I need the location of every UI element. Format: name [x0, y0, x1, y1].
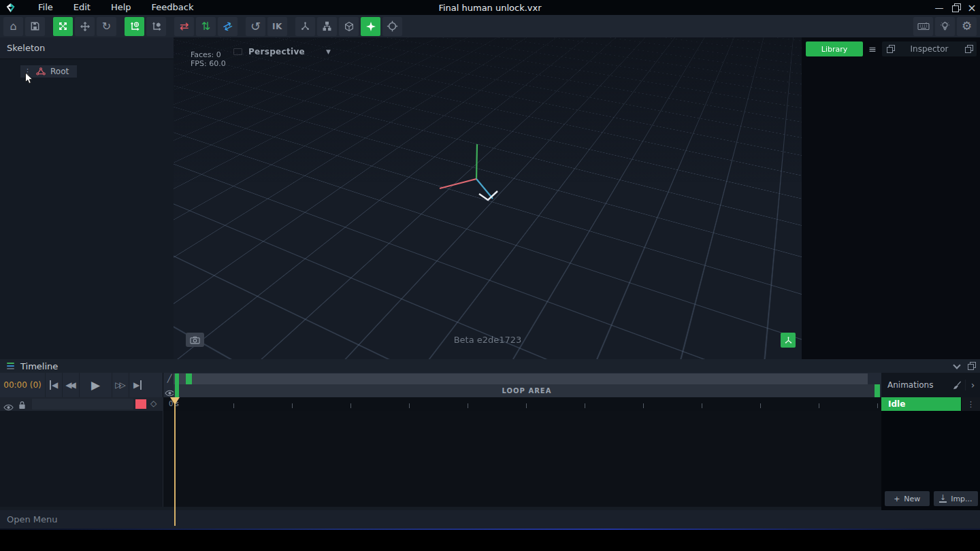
chevron-down-icon: ▼: [326, 48, 331, 55]
menu-bar: File Edit Help Feedback Final human unlo…: [0, 0, 980, 15]
play-icon: ▶: [91, 378, 100, 392]
tree-item-label: Root: [50, 67, 69, 76]
popout-icon[interactable]: [968, 363, 975, 369]
ruler-tick: [292, 403, 293, 408]
loop-start-handle[interactable]: [175, 373, 179, 397]
window-title: Final human unlock.vxr: [438, 3, 541, 13]
global-axes-button[interactable]: [125, 17, 144, 36]
skip-start-icon: ◀: [50, 380, 58, 390]
cleanup-broom-icon[interactable]: [949, 380, 965, 390]
ruler-tick: [468, 403, 468, 408]
screenshot-button[interactable]: [186, 333, 204, 347]
open-menu-label[interactable]: Open Menu: [7, 514, 58, 524]
rewind-button[interactable]: ◀◀: [62, 373, 79, 397]
retarget-icon: ⇄: [221, 19, 234, 33]
timeline-menu-icon[interactable]: [7, 363, 14, 369]
hierarchy-button[interactable]: [317, 17, 337, 36]
timeline-header: Timeline: [0, 359, 980, 373]
ruler-tick: [350, 403, 351, 408]
sort-button[interactable]: ⇅: [196, 17, 216, 36]
ruler-tick: [233, 403, 234, 408]
save-icon: [30, 21, 40, 31]
cycle-button[interactable]: ↺: [246, 17, 265, 36]
new-animation-button[interactable]: + New: [885, 491, 930, 506]
menu-file[interactable]: File: [28, 0, 63, 15]
loop-area-bar[interactable]: LOOP AREA: [174, 384, 880, 397]
retarget-button[interactable]: ⇄: [218, 17, 238, 36]
target-icon: [387, 20, 398, 32]
settings-button[interactable]: ⚙: [957, 17, 977, 36]
minimize-button[interactable]: —: [931, 0, 947, 15]
fps-counter: FPS: 60.0: [191, 59, 226, 68]
restore-button[interactable]: [947, 0, 964, 15]
animations-header: Animations ›: [881, 373, 980, 397]
fast-forward-button[interactable]: ▷▷: [112, 373, 129, 397]
keyframe-diamond-icon[interactable]: ◇: [150, 399, 157, 408]
playhead-handle[interactable]: [170, 397, 180, 405]
app-window: File Edit Help Feedback Final human unlo…: [0, 0, 980, 551]
camera-mode-dropdown[interactable]: Perspective ▼: [233, 47, 331, 56]
import-animation-button[interactable]: ↓ Imp...: [934, 491, 979, 506]
play-button[interactable]: ▶: [79, 373, 112, 397]
viewport-3d[interactable]: Faces: 0 FPS: 60.0 Perspective ▼ Beta e2…: [174, 37, 802, 359]
camera-mode-label: Perspective: [248, 47, 305, 56]
skip-to-start-button[interactable]: ◀: [45, 373, 62, 397]
popout-icon[interactable]: [965, 46, 972, 52]
expand-chevron-icon[interactable]: ›: [965, 380, 980, 390]
loop-end-handle[interactable]: [875, 384, 880, 397]
mirror-button[interactable]: ⇄: [174, 17, 194, 36]
import-button-label: Imp...: [951, 495, 972, 503]
popout-icon[interactable]: [887, 46, 894, 52]
tab-inspector-label: Inspector: [911, 44, 949, 54]
joint-button[interactable]: [295, 17, 315, 36]
scrub-strip[interactable]: [174, 373, 868, 384]
animation-name[interactable]: Idle: [881, 397, 961, 411]
skip-to-end-button[interactable]: ▶: [129, 373, 146, 397]
joint-node-icon: [36, 67, 46, 76]
keyframe-track-area[interactable]: [163, 411, 881, 507]
close-button[interactable]: ×: [964, 0, 980, 15]
tab-library[interactable]: Library: [806, 41, 863, 56]
hierarchy-icon: [322, 21, 332, 31]
menu-feedback[interactable]: Feedback: [142, 0, 204, 15]
timeline-ruler[interactable]: 0 s: [163, 397, 881, 411]
autokey-pen-icon[interactable]: ╱: [165, 374, 174, 383]
keyframe-marker[interactable]: [186, 373, 192, 384]
status-bar[interactable]: Open Menu: [0, 510, 980, 529]
library-menu-icon[interactable]: ≡: [866, 44, 879, 54]
joint-mode-button[interactable]: [781, 333, 796, 348]
cube-button[interactable]: [339, 17, 359, 36]
root-bone-gizmo[interactable]: [174, 37, 802, 359]
move-tool-button[interactable]: [75, 17, 95, 36]
app-logo-icon[interactable]: [5, 3, 16, 13]
animation-list-item[interactable]: Idle ⋮: [881, 397, 980, 411]
scale-tool-button[interactable]: [53, 17, 73, 36]
track-color-swatch[interactable]: [135, 399, 146, 409]
add-joint-button[interactable]: [361, 17, 380, 36]
global-axes-icon: [129, 21, 140, 32]
joint-mode-icon: [784, 336, 793, 345]
camera-mode-icon: [233, 48, 242, 55]
track-name-field[interactable]: [32, 399, 133, 410]
gear-icon: ⚙: [962, 20, 972, 32]
ruler-tick: [819, 403, 819, 408]
home-button[interactable]: ⌂: [3, 17, 23, 36]
scale-icon: [58, 21, 68, 31]
rotate-tool-button[interactable]: ↻: [97, 17, 116, 36]
keyboard-shortcuts-button[interactable]: [913, 17, 933, 36]
animation-kebab-icon[interactable]: ⋮: [961, 397, 980, 411]
menu-edit[interactable]: Edit: [63, 0, 101, 15]
keyboard-icon: [917, 22, 930, 31]
tab-inspector[interactable]: Inspector: [882, 41, 977, 56]
local-axes-button[interactable]: [146, 17, 166, 36]
target-button[interactable]: [382, 17, 402, 36]
save-button[interactable]: [25, 17, 45, 36]
sparkle-icon: [365, 21, 376, 32]
collapse-chevron-icon[interactable]: [953, 361, 960, 369]
ik-button[interactable]: IK: [267, 17, 287, 36]
joint-icon: [300, 21, 310, 31]
hints-button[interactable]: [935, 17, 955, 36]
beta-watermark: Beta e2de1723: [174, 335, 802, 345]
menu-help[interactable]: Help: [101, 0, 142, 15]
right-panel-tabs: Library ≡ Inspector: [806, 41, 977, 56]
